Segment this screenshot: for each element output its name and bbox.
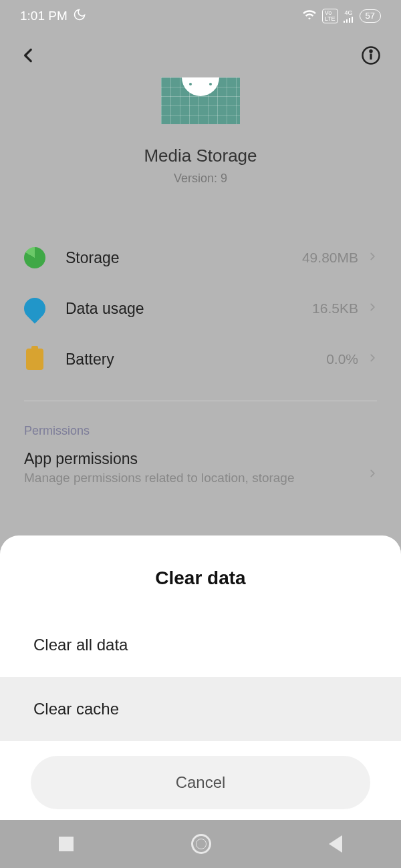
signal-4g-icon: 4G <box>344 10 354 23</box>
battery-row[interactable]: Battery 0.0% <box>0 334 401 385</box>
water-drop-icon <box>19 293 49 323</box>
volte-badge: Vo LTE <box>322 9 338 23</box>
app-permissions-subtitle: Manage permissions related to location, … <box>0 468 401 485</box>
storage-value: 49.80MB <box>302 250 358 266</box>
status-time: 1:01 PM <box>20 9 68 23</box>
clear-cache-button[interactable]: Clear cache <box>0 677 401 741</box>
app-permissions-row[interactable]: App permissions Manage permissions relat… <box>0 446 401 485</box>
svg-rect-2 <box>349 18 350 23</box>
permissions-section-header: Permissions <box>0 401 401 446</box>
wifi-icon <box>302 9 317 24</box>
back-button[interactable] <box>20 47 37 64</box>
chevron-right-icon <box>368 249 377 266</box>
info-button[interactable] <box>361 45 381 65</box>
data-usage-label: Data usage <box>65 300 312 318</box>
pie-chart-icon <box>24 247 45 268</box>
recent-apps-button[interactable] <box>59 837 74 851</box>
battery-value: 0.0% <box>326 351 358 367</box>
svg-rect-1 <box>346 19 348 23</box>
storage-row[interactable]: Storage 49.80MB <box>0 232 401 283</box>
clear-all-data-button[interactable]: Clear all data <box>0 613 401 677</box>
sheet-title: Clear data <box>0 535 401 613</box>
nav-bar <box>0 820 401 868</box>
battery-label: Battery <box>65 351 326 369</box>
data-usage-row[interactable]: Data usage 16.5KB <box>0 283 401 334</box>
app-version: Version: 9 <box>174 172 227 186</box>
app-permissions-title: App permissions <box>0 446 401 468</box>
svg-rect-3 <box>352 17 353 23</box>
cancel-button[interactable]: Cancel <box>31 756 370 809</box>
chevron-right-icon <box>368 466 377 483</box>
chevron-right-icon <box>368 300 377 317</box>
battery-indicator: 57 <box>360 9 381 23</box>
status-bar: 1:01 PM Vo LTE 4G 57 <box>0 0 401 32</box>
svg-point-6 <box>370 50 372 52</box>
app-hero: Media Storage Version: 9 <box>0 71 401 212</box>
svg-rect-0 <box>344 21 345 23</box>
app-name: Media Storage <box>144 146 257 166</box>
moon-icon <box>73 8 86 25</box>
battery-icon <box>24 349 45 370</box>
app-icon <box>161 77 240 124</box>
storage-label: Storage <box>65 249 302 267</box>
clear-data-sheet: Clear data Clear all data Clear cache Ca… <box>0 535 401 820</box>
data-usage-value: 16.5KB <box>312 300 358 316</box>
chevron-right-icon <box>368 351 377 368</box>
back-nav-button[interactable] <box>329 835 342 853</box>
home-button[interactable] <box>191 834 211 854</box>
